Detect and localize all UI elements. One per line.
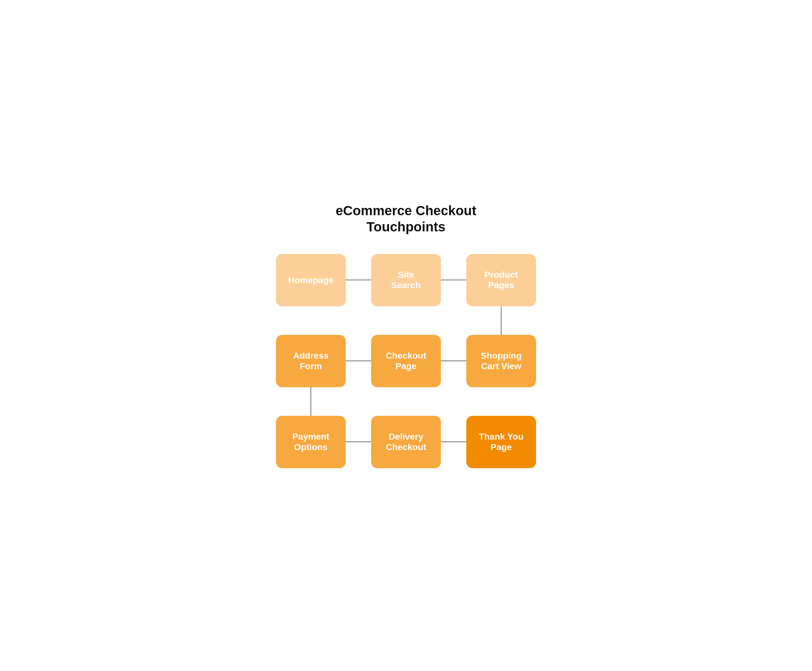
connector-h-row2-0-1 (346, 361, 371, 361)
node-product-pages: ProductPages (466, 254, 536, 306)
node-site-search-label: SiteSearch (391, 269, 421, 291)
grid-wrapper: Homepage SiteSearch ProductPages Address… (276, 254, 536, 468)
node-payment-options-label: PaymentOptions (292, 431, 330, 453)
node-site-search: SiteSearch (371, 254, 441, 306)
node-homepage-label: Homepage (288, 275, 333, 286)
row-2: AddressForm CheckoutPage ShoppingCart Vi… (276, 335, 536, 387)
node-homepage: Homepage (276, 254, 346, 306)
rows-container: Homepage SiteSearch ProductPages Address… (276, 254, 536, 468)
row-1: Homepage SiteSearch ProductPages (276, 254, 536, 306)
node-payment-options: PaymentOptions (276, 416, 346, 468)
node-checkout-page: CheckoutPage (371, 335, 441, 387)
node-product-pages-label: ProductPages (484, 269, 518, 291)
connector-h-row1-0-1 (346, 279, 371, 280)
node-shopping-cart-label: ShoppingCart View (481, 351, 522, 372)
node-address-form: AddressForm (276, 335, 346, 387)
connector-h-row3-0-1 (346, 441, 371, 442)
node-delivery-checkout: DeliveryCheckout (371, 416, 441, 468)
node-thank-you-page: Thank YouPage (466, 416, 536, 468)
page-title: eCommerce Checkout Touchpoints (336, 203, 476, 235)
row-3: PaymentOptions DeliveryCheckout Thank Yo… (276, 416, 536, 468)
node-checkout-page-label: CheckoutPage (386, 351, 426, 372)
node-shopping-cart: ShoppingCart View (466, 335, 536, 387)
diagram-container: eCommerce Checkout Touchpoints Homepage … (263, 203, 549, 468)
connector-h-row1-1-2 (441, 279, 466, 280)
connector-h-row3-1-2 (441, 441, 466, 442)
node-address-form-label: AddressForm (293, 351, 329, 372)
node-delivery-checkout-label: DeliveryCheckout (386, 431, 426, 453)
node-thank-you-page-label: Thank YouPage (479, 431, 524, 453)
connector-h-row2-1-2 (441, 361, 466, 361)
